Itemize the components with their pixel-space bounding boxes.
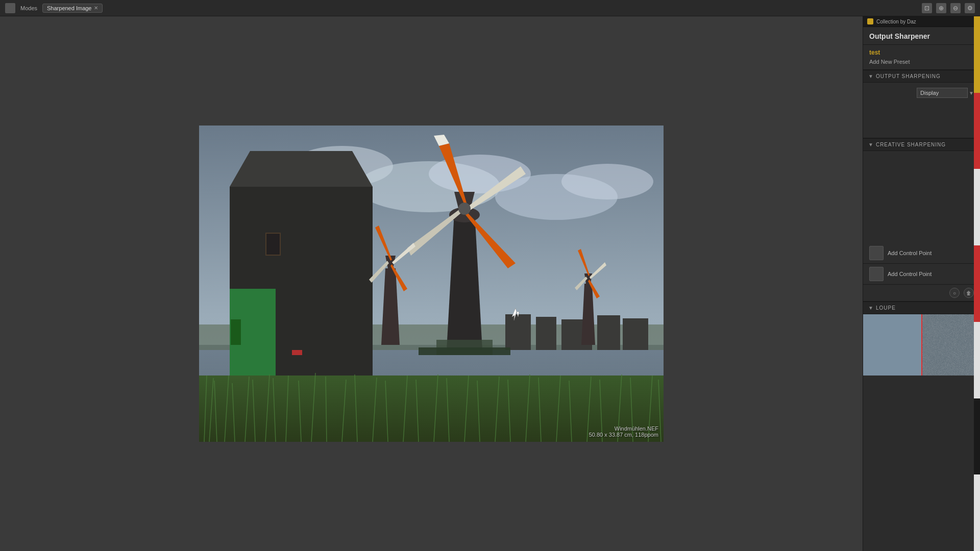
color-strip-red2: [974, 245, 980, 322]
preset-name[interactable]: test: [869, 49, 974, 56]
preset-area: test Add New Preset: [863, 45, 980, 70]
loupe-title: LOUPE: [876, 305, 896, 311]
control-point-thumb-1: [869, 246, 884, 260]
svg-rect-79: [231, 319, 241, 345]
collection-dot: [867, 18, 873, 24]
delete-icon[interactable]: 🗑: [964, 288, 974, 298]
sharpening-type-row: Display Glossy Paper Matte Paper Interne…: [869, 88, 974, 98]
color-strip-white3: [974, 474, 980, 551]
color-strip-red: [974, 93, 980, 169]
color-strip-yellow: [974, 16, 980, 93]
panel-title: Output Sharpener: [863, 27, 980, 45]
collection-banner: Collection by Daz: [863, 16, 980, 27]
app-logo: [5, 3, 15, 13]
toolbar-icons: ⊡ ⊕ ⊖ ⚙: [922, 3, 975, 13]
filename-label: Windmühlen.NEF: [589, 425, 658, 432]
color-strip-black: [974, 398, 980, 475]
sharpening-type-dropdown[interactable]: Display Glossy Paper Matte Paper Interne…: [917, 88, 968, 98]
modes-label[interactable]: Modes: [20, 5, 37, 11]
sharpened-image-tab[interactable]: Sharpened Image ✕: [42, 4, 103, 13]
output-sharpening-header[interactable]: ▼ OUTPUT SHARPENING: [863, 70, 980, 83]
creative-sharpening-arrow: ▼: [868, 142, 873, 147]
svg-rect-12: [597, 315, 620, 350]
control-point-row-2: Add Control Point: [863, 264, 980, 285]
svg-rect-9: [505, 314, 531, 350]
image-container: Windmühlen.NEF 50.80 x 33.87 cm, 118ppom: [199, 126, 664, 442]
control-point-thumb-2: [869, 267, 884, 281]
topbar: Modes Sharpened Image ✕ ⊡ ⊕ ⊖ ⚙: [0, 0, 980, 16]
add-control-point-1[interactable]: Add Control Point: [888, 250, 932, 256]
zoom-in-icon[interactable]: ⊕: [936, 3, 946, 13]
collection-label: Collection by Daz: [876, 19, 916, 24]
creative-sharpening-title: CREATIVE SHARPENING: [876, 142, 946, 147]
loupe-left-panel: [863, 314, 921, 375]
bottom-actions: ○ 🗑: [863, 285, 980, 302]
svg-marker-15: [230, 151, 373, 187]
color-strip-white: [974, 169, 980, 245]
loupe-header[interactable]: ▼ LOUPE: [863, 302, 980, 314]
loupe-arrow: ▼: [868, 305, 873, 311]
svg-rect-77: [419, 347, 510, 355]
add-preset-link[interactable]: Add New Preset: [869, 59, 910, 65]
sharpening-slider-area: [869, 102, 974, 133]
output-sharpening-body: Display Glossy Paper Matte Paper Interne…: [863, 83, 980, 138]
image-info: Windmühlen.NEF 50.80 x 33.87 cm, 118ppom: [589, 425, 658, 438]
output-sharpening-arrow: ▼: [868, 73, 873, 79]
output-sharpening-title: OUTPUT SHARPENING: [876, 73, 941, 79]
svg-point-6: [561, 164, 653, 199]
color-strip: [974, 16, 980, 551]
svg-rect-18: [266, 234, 280, 255]
zoom-fit-icon[interactable]: ⊡: [922, 3, 932, 13]
right-panel: Collection by Daz Output Sharpener test …: [863, 16, 980, 551]
image-area: Windmühlen.NEF 50.80 x 33.87 cm, 118ppom: [0, 16, 863, 551]
svg-rect-10: [536, 317, 556, 350]
settings-icon[interactable]: ⚙: [965, 3, 975, 13]
dimensions-label: 50.80 x 33.87 cm, 118ppom: [589, 432, 658, 438]
svg-rect-13: [623, 318, 648, 350]
dropdown-arrow-icon: ▼: [969, 90, 974, 96]
creative-sharpening-header[interactable]: ▼ CREATIVE SHARPENING: [863, 138, 980, 151]
creative-sharpening-body: [863, 151, 980, 243]
reset-icon[interactable]: ○: [949, 288, 960, 298]
loupe-right-panel: [922, 314, 981, 375]
loupe-image: [863, 314, 980, 375]
color-strip-white2: [974, 322, 980, 398]
tab-label: Sharpened Image: [47, 5, 91, 11]
windmill-image: [199, 126, 664, 442]
tab-close-icon[interactable]: ✕: [94, 5, 98, 11]
control-point-row-1: Add Control Point: [863, 243, 980, 264]
main-layout: Windmühlen.NEF 50.80 x 33.87 cm, 118ppom…: [0, 16, 980, 551]
svg-rect-78: [292, 350, 302, 355]
loupe-body: [863, 314, 980, 551]
svg-point-27: [458, 203, 471, 215]
zoom-out-icon[interactable]: ⊖: [950, 3, 961, 13]
add-control-point-2[interactable]: Add Control Point: [888, 271, 932, 277]
